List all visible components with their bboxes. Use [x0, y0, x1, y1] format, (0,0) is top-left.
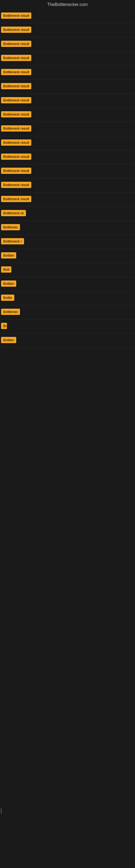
list-item: Bottleneck result: [0, 94, 135, 108]
list-item: Bottleneck r: [0, 235, 135, 249]
site-title: TheBottlenecker.com: [0, 0, 135, 9]
bottleneck-result-badge[interactable]: Bottlenec: [1, 224, 20, 230]
page-header: TheBottlenecker.com: [0, 0, 135, 9]
bottleneck-result-badge[interactable]: Bottlen: [1, 337, 16, 343]
bottleneck-result-badge[interactable]: Bottlen: [1, 252, 16, 258]
bottleneck-result-badge[interactable]: Bottleneck result: [1, 27, 31, 33]
list-item: Bottleneck result: [0, 179, 135, 193]
list-item: Bottlen: [0, 334, 135, 348]
list-item: Bottleneck result: [0, 66, 135, 80]
bottleneck-result-badge[interactable]: Bo: [1, 323, 7, 329]
list-item: Bottleneck result: [0, 164, 135, 179]
bottleneck-result-badge[interactable]: Bottlenec: [1, 309, 20, 315]
list-item: Bott: [0, 263, 135, 277]
bottleneck-result-badge[interactable]: Bottleneck result: [1, 111, 31, 118]
bottleneck-result-badge[interactable]: Bottle: [1, 294, 14, 301]
bottleneck-result-badge[interactable]: Bottleneck re: [1, 210, 26, 216]
list-item: Bottleneck result: [0, 9, 135, 23]
list-item: Bottleneck result: [0, 136, 135, 150]
list-item: Bottle: [0, 291, 135, 305]
list-item: Bottleneck result: [0, 37, 135, 52]
bottleneck-result-badge[interactable]: Bottleneck result: [1, 182, 31, 188]
list-item: Bottlenec: [0, 305, 135, 319]
bottleneck-result-badge[interactable]: Bottleneck result: [1, 12, 31, 19]
cursor-line: [1, 808, 1, 814]
rows-container: Bottleneck resultBottleneck resultBottle…: [0, 9, 135, 348]
list-item: Bottleneck result: [0, 52, 135, 66]
bottleneck-result-badge[interactable]: Bottleneck r: [1, 238, 24, 244]
bottleneck-result-badge[interactable]: Bott: [1, 267, 11, 273]
list-item: Bottlen: [0, 277, 135, 291]
list-item: Bottleneck result: [0, 23, 135, 37]
bottleneck-result-badge[interactable]: Bottlen: [1, 280, 16, 287]
list-item: Bottlenec: [0, 221, 135, 235]
list-item: Bottleneck result: [0, 80, 135, 94]
list-item: Bottleneck result: [0, 193, 135, 207]
list-item: Bottlen: [0, 249, 135, 263]
list-item: Bottleneck result: [0, 150, 135, 164]
bottleneck-result-badge[interactable]: Bottleneck result: [1, 196, 31, 202]
bottleneck-result-badge[interactable]: Bottleneck result: [1, 41, 31, 47]
bottleneck-result-badge[interactable]: Bottleneck result: [1, 69, 31, 75]
bottleneck-result-badge[interactable]: Bottleneck result: [1, 55, 31, 61]
list-item: Bottleneck re: [0, 207, 135, 221]
list-item: Bottleneck result: [0, 108, 135, 122]
bottleneck-result-badge[interactable]: Bottleneck result: [1, 83, 31, 89]
bottleneck-result-badge[interactable]: Bottleneck result: [1, 154, 31, 160]
bottleneck-result-badge[interactable]: Bottleneck result: [1, 167, 31, 174]
bottleneck-result-badge[interactable]: Bottleneck result: [1, 140, 31, 146]
list-item: Bo: [0, 319, 135, 334]
list-item: Bottleneck result: [0, 122, 135, 136]
bottleneck-result-badge[interactable]: Bottleneck result: [1, 125, 31, 131]
bottleneck-result-badge[interactable]: Bottleneck result: [1, 97, 31, 103]
